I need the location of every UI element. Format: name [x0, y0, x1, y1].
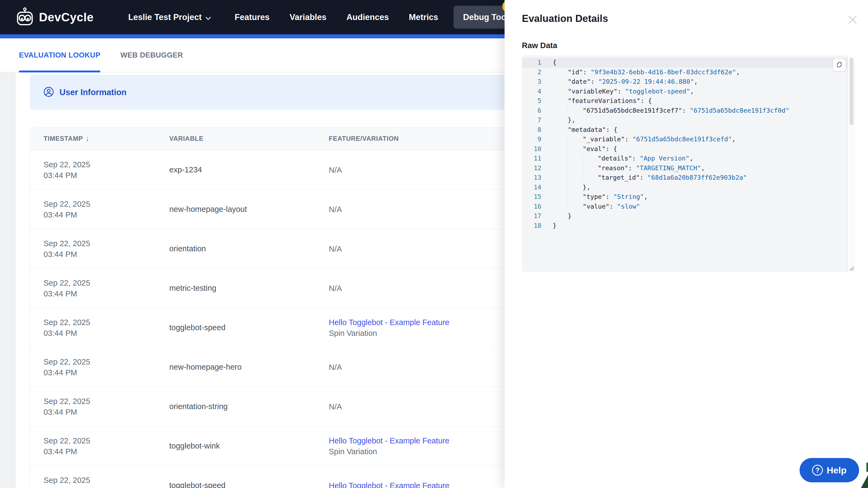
help-button[interactable]: ? Help — [800, 458, 859, 482]
table-row[interactable]: Sep 22, 202503:44 PMexp-1234N/A — [30, 150, 557, 190]
timestamp-cell: Sep 22, 202503:44 PM — [43, 475, 169, 488]
table-row[interactable]: Sep 22, 202503:44 PMorientationN/A — [30, 229, 557, 269]
evaluations-table: TIMESTAMP ↓ VARIABLE FEATURE/VARIATION S… — [30, 127, 557, 488]
nav-item-features[interactable]: Features — [235, 12, 270, 22]
timestamp-cell: Sep 22, 202503:44 PM — [43, 278, 169, 299]
code-line: 13"target_id": "68d1a6a20b873ff62e903b2a… — [522, 173, 855, 183]
code-line: 11"details": "App Version", — [522, 154, 855, 163]
timestamp-cell: Sep 22, 202503:44 PM — [43, 199, 169, 220]
variable-cell: exp-1234 — [169, 165, 329, 174]
close-icon[interactable] — [847, 14, 858, 25]
table-row[interactable]: Sep 22, 202503:44 PMorientation-stringN/… — [30, 387, 557, 426]
code-line: 10"eval": { — [522, 144, 855, 154]
feature-link[interactable]: Hello Togglebot - Example Feature — [329, 481, 450, 488]
variable-cell: togglebot-speed — [169, 323, 329, 332]
timestamp-cell: Sep 22, 202503:44 PM — [43, 238, 169, 260]
user-information-label: User Information — [60, 88, 127, 97]
nav-item-audiences[interactable]: Audiences — [346, 12, 389, 22]
code-line: 4"variableKey": "togglebot-speed", — [522, 87, 855, 96]
sort-desc-icon: ↓ — [86, 135, 90, 143]
code-line: 3"date": "2025-09-22 19:44:46.880", — [522, 77, 855, 87]
edge-decoration — [866, 463, 868, 472]
nav-item-metrics[interactable]: Metrics — [409, 12, 438, 22]
table-row[interactable]: Sep 22, 202503:44 PMnew-homepage-layoutN… — [30, 190, 557, 229]
code-scrollbar-thumb[interactable] — [849, 58, 854, 125]
variable-cell: togglebot-speed — [169, 481, 329, 488]
timestamp-cell: Sep 22, 202503:44 PM — [43, 396, 169, 418]
table-row[interactable]: Sep 22, 202503:44 PMtogglebot-speedHello… — [30, 308, 557, 348]
brand-name: DevCycle — [39, 10, 94, 24]
code-line: 8"metadata": { — [522, 125, 855, 135]
user-icon — [43, 87, 54, 98]
panel-title: Evaluation Details — [522, 13, 608, 24]
raw-data-label: Raw Data — [522, 41, 557, 50]
column-header-timestamp[interactable]: TIMESTAMP ↓ — [43, 135, 169, 143]
variable-cell: orientation-string — [169, 402, 329, 411]
code-line: 5"featureVariations": { — [522, 96, 855, 106]
code-line: 6"6751d5a65bdc8ee191f3cef7": "6751d5a65b… — [522, 106, 855, 116]
code-line: 9"_variable": "6751d5a65bdc8ee191f3cefd"… — [522, 135, 855, 144]
variable-cell: new-homepage-hero — [169, 363, 329, 371]
feature-link[interactable]: Hello Togglebot - Example Feature — [329, 436, 450, 445]
table-row[interactable]: Sep 22, 202503:44 PMtogglebot-speedHello… — [30, 466, 557, 488]
code-line: 18} — [522, 221, 855, 231]
resize-handle-icon[interactable] — [848, 264, 854, 271]
copy-icon — [836, 61, 843, 69]
table-body: Sep 22, 202503:44 PMexp-1234N/ASep 22, 2… — [30, 150, 557, 488]
devcycle-robot-icon — [15, 7, 35, 28]
feature-link[interactable]: Hello Togglebot - Example Feature — [329, 318, 450, 327]
nav-items: FeaturesVariablesAudiencesMetrics — [235, 12, 438, 22]
question-circle-icon: ? — [812, 465, 823, 476]
corner-decoration — [861, 475, 868, 488]
timestamp-cell: Sep 22, 202503:44 PM — [43, 435, 169, 457]
variable-cell: orientation — [169, 244, 329, 253]
devcycle-logo[interactable]: DevCycle — [15, 7, 94, 28]
left-gutter — [0, 72, 16, 488]
code-line: 17} — [522, 211, 855, 221]
column-header-variable[interactable]: VARIABLE — [169, 135, 329, 142]
user-information-banner[interactable]: User Information — [30, 75, 527, 110]
code-line: 7}, — [522, 116, 855, 125]
variable-cell: metric-testing — [169, 284, 329, 293]
evaluation-details-panel: Evaluation Details Raw Data 1{2"id": "9f… — [504, 0, 868, 488]
raw-data-code-block[interactable]: 1{2"id": "9f3e4b32-6ebb-4d16-8bef-03dccf… — [522, 55, 855, 272]
nav-item-variables[interactable]: Variables — [289, 12, 327, 22]
timestamp-cell: Sep 22, 202503:44 PM — [43, 356, 169, 378]
variable-cell: new-homepage-layout — [169, 205, 329, 214]
code-line: 15"type": "String", — [522, 192, 855, 202]
tab-web-debugger[interactable]: WEB DEBUGGER — [120, 38, 183, 72]
chevron-down-icon — [206, 12, 211, 22]
variable-cell: togglebot-wink — [169, 442, 329, 450]
table-row[interactable]: Sep 22, 202503:44 PMnew-homepage-heroN/A — [30, 348, 557, 387]
table-row[interactable]: Sep 22, 202503:44 PMmetric-testingN/A — [30, 269, 557, 308]
project-name: Leslie Test Project — [128, 12, 202, 22]
table-row[interactable]: Sep 22, 202503:44 PMtogglebot-winkHello … — [30, 426, 557, 466]
code-lines: 1{2"id": "9f3e4b32-6ebb-4d16-8bef-03dccf… — [522, 55, 855, 230]
code-scrollbar[interactable] — [847, 55, 855, 272]
project-switcher[interactable]: Leslie Test Project — [128, 12, 211, 22]
help-label: Help — [827, 465, 847, 476]
tab-evaluation-lookup[interactable]: EVALUATION LOOKUP — [19, 38, 100, 72]
timestamp-cell: Sep 22, 202503:44 PM — [43, 317, 169, 338]
code-line: 16"value": "slow" — [522, 202, 855, 212]
timestamp-cell: Sep 22, 202503:44 PM — [43, 159, 169, 181]
code-line: 1{ — [522, 58, 855, 68]
code-line: 14}, — [522, 183, 855, 192]
copy-button[interactable] — [833, 59, 845, 71]
table-header-row: TIMESTAMP ↓ VARIABLE FEATURE/VARIATION — [30, 127, 557, 150]
code-line: 2"id": "9f3e4b32-6ebb-4d16-8bef-03dccf3d… — [522, 68, 855, 77]
code-line: 12"reason": "TARGETING_MATCH", — [522, 163, 855, 173]
